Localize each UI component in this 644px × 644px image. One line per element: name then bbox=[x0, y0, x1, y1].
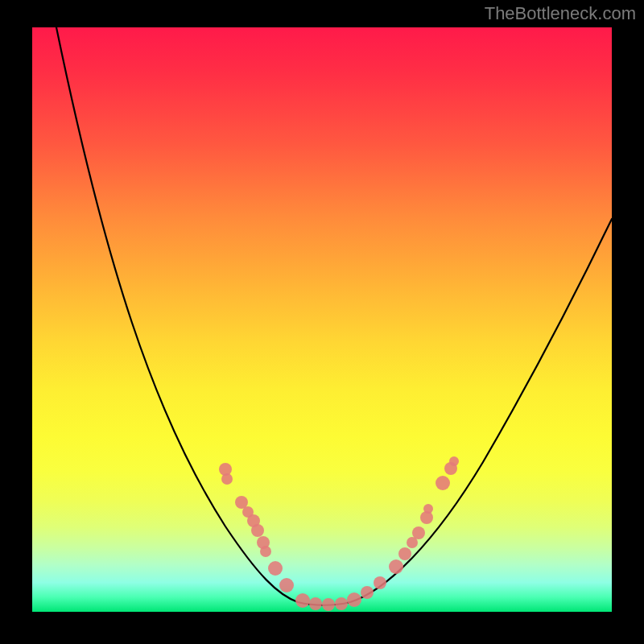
chart-frame: TheBottleneck.com bbox=[0, 0, 644, 644]
data-marker bbox=[423, 504, 433, 514]
data-marker bbox=[260, 546, 271, 557]
data-marker bbox=[361, 586, 374, 599]
data-marker bbox=[436, 476, 450, 490]
watermark-text: TheBottleneck.com bbox=[485, 3, 636, 24]
data-marker bbox=[279, 578, 294, 592]
chart-svg bbox=[32, 27, 612, 612]
data-marker bbox=[374, 576, 386, 589]
data-marker bbox=[309, 597, 322, 610]
data-marker bbox=[295, 593, 310, 608]
data-marker bbox=[251, 524, 264, 537]
data-marker bbox=[322, 598, 335, 611]
data-marker bbox=[449, 456, 459, 466]
data-marker bbox=[268, 561, 283, 576]
data-marker bbox=[221, 473, 233, 485]
plot-area bbox=[32, 27, 612, 612]
data-marker bbox=[335, 597, 348, 610]
data-marker bbox=[347, 592, 361, 607]
data-marker bbox=[412, 526, 425, 539]
marker-layer bbox=[219, 456, 459, 611]
data-marker bbox=[389, 559, 403, 574]
bottleneck-curve bbox=[56, 27, 612, 605]
data-marker bbox=[398, 547, 411, 560]
